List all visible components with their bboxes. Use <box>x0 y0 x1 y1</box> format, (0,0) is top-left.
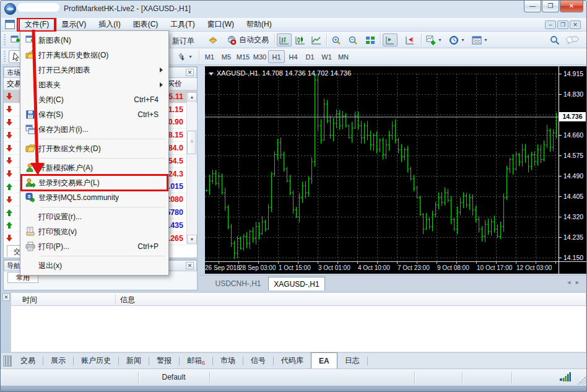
terminal-tab-8[interactable]: 代码库 <box>274 353 311 368</box>
terminal-tab-7[interactable]: 信号 <box>243 353 273 368</box>
menu-view[interactable]: 显示(V) <box>55 18 92 32</box>
restore-button[interactable]: ❐ <box>542 1 559 12</box>
timeframe-h4-button[interactable]: H4 <box>285 50 302 63</box>
scrollbar-thumb[interactable] <box>187 131 196 154</box>
child-minimize-button[interactable]: – <box>545 20 556 29</box>
down-arrow-icon <box>6 119 12 126</box>
bar-chart-mode-button[interactable] <box>277 33 292 46</box>
dropdown-caret-icon: ▼ <box>188 54 193 59</box>
time-axis-label: 26 Sep 2018 <box>205 264 240 271</box>
minimize-button[interactable]: — <box>524 1 541 12</box>
file-menu-item-15[interactable]: 打印预览(v) <box>22 224 167 239</box>
menu-separator <box>40 256 165 256</box>
timeframe-d1-button[interactable]: D1 <box>302 50 318 63</box>
menu-separator <box>40 207 165 207</box>
menu-separator <box>40 158 165 159</box>
resize-grip[interactable] <box>578 376 586 385</box>
timeframe-m5-button[interactable]: M5 <box>218 50 235 63</box>
file-menu-item-8[interactable]: 打开数据文件夹(D) <box>22 141 167 156</box>
submenu-arrow-icon <box>160 68 163 72</box>
terminal-column-info[interactable]: 信息 <box>120 295 135 305</box>
file-menu-item-4[interactable]: 关闭(C)Ctrl+F4 <box>22 92 167 107</box>
terminal-tab-4[interactable]: 警报 <box>149 353 179 368</box>
line-chart-mode-button[interactable] <box>309 33 324 46</box>
profile-indicator[interactable]: Default <box>138 373 209 381</box>
terminal-column-time[interactable]: 时间 <box>22 295 37 305</box>
price-axis-label: 14.490 <box>563 172 586 180</box>
terminal-tab-0[interactable]: 交易 <box>13 353 43 368</box>
file-menu-item-3[interactable]: 图表夹 <box>22 77 167 92</box>
chart-tab-scroll-arrows[interactable]: ◄ ► <box>566 279 580 285</box>
candlestick-mode-button[interactable] <box>293 33 308 46</box>
chart-area[interactable]: XAGUSD-,H1. 14.708 14.736 14.702 14.736 … <box>205 66 586 274</box>
terminal-tab-ea[interactable]: EA <box>311 352 337 368</box>
connection-status-icon[interactable] <box>560 372 571 382</box>
price-chart[interactable] <box>205 66 586 274</box>
chart-tab-xagusd[interactable]: XAGUSD-,H1 <box>268 277 325 290</box>
tile-windows-button[interactable] <box>363 33 378 46</box>
chart-tab-usdcnh[interactable]: USDCNH-,H1 <box>209 277 267 290</box>
chart-shift-button[interactable] <box>402 33 417 46</box>
file-menu-item-16[interactable]: 打印(P)...Ctrl+P <box>22 239 167 254</box>
menu-item-label: 关闭(C) <box>38 95 134 105</box>
file-menu-item-18[interactable]: 退出(x) <box>22 258 167 273</box>
search-button[interactable] <box>547 33 562 46</box>
file-menu-item-10[interactable]: 开新模拟帐户(A) <box>22 160 167 175</box>
terminal-tab-6[interactable]: 市场 <box>213 353 243 368</box>
close-button[interactable]: ✕ <box>560 1 583 12</box>
navigator-close-icon[interactable]: ✕ <box>186 262 194 269</box>
mql5-icon: 5 <box>22 193 38 203</box>
new-order-label[interactable]: 新订单 <box>172 36 194 46</box>
package-icon <box>208 35 218 45</box>
auto-trading-button[interactable]: 自动交易 <box>224 33 271 46</box>
menu-charts[interactable]: 图表(C) <box>127 18 165 32</box>
zoom-in-button[interactable] <box>329 33 344 46</box>
terminal-tab-2[interactable]: 账户历史 <box>74 353 118 368</box>
terminal-tab-3[interactable]: 新闻 <box>119 353 149 368</box>
terminal-tab-10[interactable]: 日志 <box>337 353 367 368</box>
toolbar-grip[interactable] <box>4 51 6 62</box>
indicators-button[interactable]: ▼ <box>424 33 444 46</box>
file-menu-item-5[interactable]: 保存(S)Ctrl+S <box>22 107 167 122</box>
menu-insert[interactable]: 插入(I) <box>92 18 126 32</box>
auto-scroll-button[interactable] <box>383 33 398 46</box>
timeframe-m30-button[interactable]: M30 <box>251 50 268 63</box>
menu-window[interactable]: 窗口(W) <box>201 18 240 32</box>
menu-help[interactable]: 帮助(H) <box>240 18 278 32</box>
file-menu-item-2[interactable]: 打开已关闭图表 <box>22 63 167 77</box>
chart-caret-icon[interactable] <box>209 72 214 76</box>
file-menu-item-11[interactable]: 登录到交易账户(L) <box>22 175 167 190</box>
market-watch-scrollbar[interactable]: ▲ ▼ <box>186 92 196 244</box>
symbol-arrows-button[interactable]: ▼ <box>173 50 196 63</box>
file-menu-item-6[interactable]: 保存为图片(i)... <box>22 122 167 137</box>
timeframe-h1-button[interactable]: H1 <box>268 50 285 63</box>
child-close-button[interactable]: ✕ <box>570 20 581 29</box>
zoom-out-button[interactable] <box>346 33 360 46</box>
timeframe-mn-button[interactable]: MN <box>335 50 352 63</box>
child-restore-button[interactable]: ❐ <box>557 20 568 29</box>
scroll-up-icon[interactable]: ▲ <box>187 92 197 102</box>
file-menu-item-12[interactable]: 5登录到MQL5.community <box>22 190 167 205</box>
column-divider[interactable] <box>115 294 116 305</box>
terminal-tab-1[interactable]: 展示 <box>43 353 73 368</box>
scroll-down-icon[interactable]: ▼ <box>187 235 197 244</box>
menu-file[interactable]: 文件(F) <box>19 18 55 32</box>
file-menu-item-14[interactable]: 打印设置(r)... <box>22 209 167 224</box>
file-menu-item-1[interactable]: 打开离线历史数据(O) <box>22 48 167 63</box>
terminal-dock-icon[interactable] <box>3 355 12 367</box>
timeframe-m15-button[interactable]: M15 <box>235 50 251 63</box>
terminal-body[interactable] <box>11 306 586 352</box>
menu-tools[interactable]: 工具(T) <box>164 18 201 32</box>
timeframe-m1-button[interactable]: M1 <box>201 50 218 63</box>
timeframe-w1-button[interactable]: W1 <box>318 50 335 63</box>
periods-button[interactable]: ▼ <box>447 33 467 46</box>
templates-button[interactable]: ▼ <box>470 33 490 46</box>
toolbar-grip[interactable] <box>4 34 6 45</box>
terminal-close-icon[interactable]: ✕ <box>2 294 10 301</box>
market-watch-close-icon[interactable]: ✕ <box>186 69 194 76</box>
deposit-button[interactable] <box>206 33 220 46</box>
community-chat-button[interactable] <box>563 33 581 46</box>
terminal-tab-5[interactable]: 邮箱6 <box>180 353 212 368</box>
file-menu-item-0[interactable]: 新图表(N) <box>22 33 167 48</box>
column-bid[interactable]: 买价 <box>167 79 182 89</box>
